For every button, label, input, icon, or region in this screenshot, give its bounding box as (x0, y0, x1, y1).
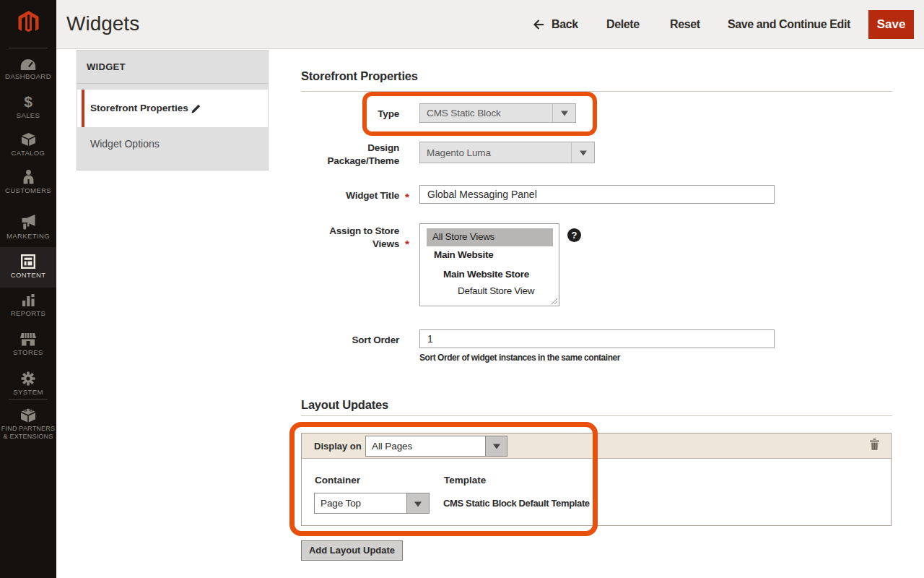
svg-text:$: $ (24, 94, 32, 109)
